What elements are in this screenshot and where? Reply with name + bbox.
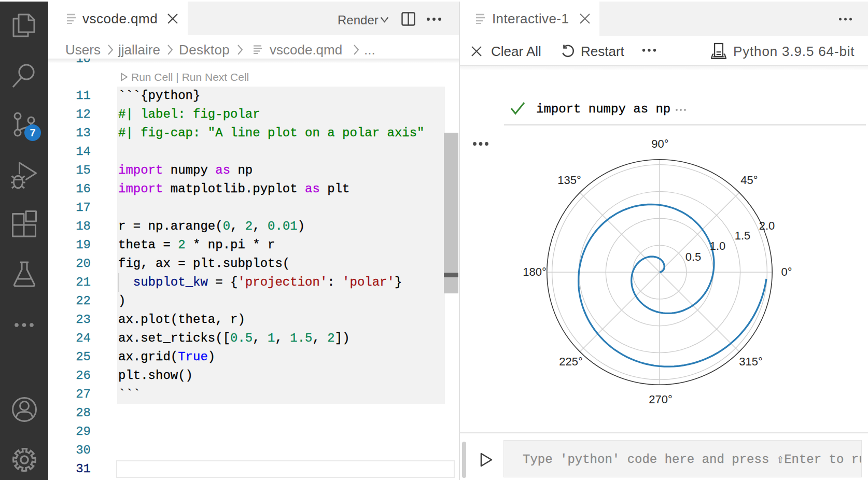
svg-text:270°: 270° xyxy=(649,393,673,406)
svg-text:315°: 315° xyxy=(739,355,763,368)
svg-text:225°: 225° xyxy=(559,355,583,368)
svg-text:135°: 135° xyxy=(557,174,581,187)
svg-text:45°: 45° xyxy=(740,174,758,187)
svg-text:1.0: 1.0 xyxy=(710,239,726,252)
svg-text:1.5: 1.5 xyxy=(735,229,751,242)
svg-text:90°: 90° xyxy=(651,137,668,150)
svg-text:0.5: 0.5 xyxy=(685,250,702,263)
svg-text:180°: 180° xyxy=(523,265,547,278)
svg-text:2.0: 2.0 xyxy=(759,219,775,232)
svg-text:0°: 0° xyxy=(781,265,792,278)
